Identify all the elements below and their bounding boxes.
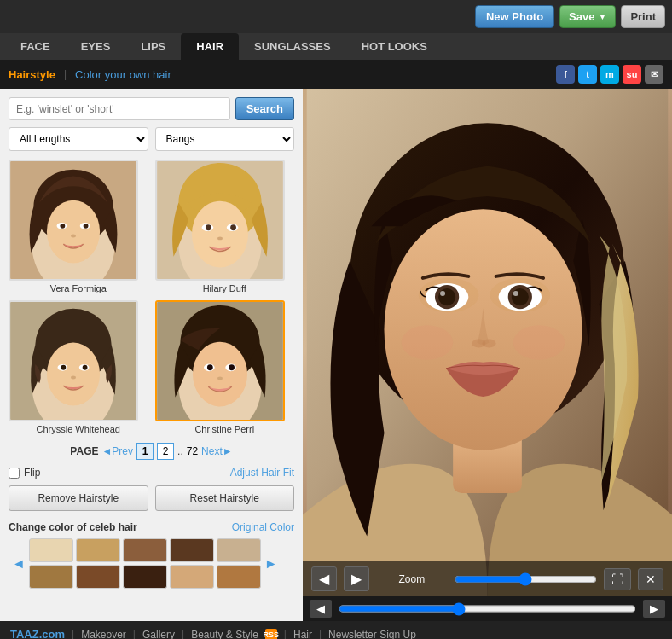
- subnav-color[interactable]: Color your own hair: [75, 68, 171, 81]
- tab-hair[interactable]: HAIR: [181, 33, 239, 60]
- svg-point-21: [47, 343, 100, 406]
- color-row-top: [29, 538, 261, 562]
- pan-right-button[interactable]: ▶: [344, 566, 369, 591]
- color-swatches: [29, 538, 261, 589]
- remove-hairstyle-button[interactable]: Remove Hairstyle: [9, 485, 148, 511]
- site-logo: TAAZ.com: [10, 628, 65, 639]
- top-bar: New Photo Save ▼ Print: [0, 0, 672, 33]
- photo-prev-button[interactable]: ◀: [310, 600, 332, 618]
- color-swatch[interactable]: [29, 538, 73, 562]
- adjust-hair-fit-link[interactable]: Adjust Hair Fit: [230, 467, 294, 479]
- main-layout: Search All Lengths Short Medium Long Ban…: [0, 89, 672, 621]
- tab-eyes[interactable]: EYES: [66, 33, 126, 60]
- next-page-button[interactable]: Next►: [201, 445, 233, 457]
- bottom-link-makeover[interactable]: Makeover: [81, 629, 126, 640]
- email-icon[interactable]: ✉: [645, 65, 663, 84]
- action-buttons: Remove Hairstyle Reset Hairstyle: [9, 485, 294, 511]
- svg-point-15: [205, 224, 211, 230]
- reset-hairstyle-button[interactable]: Reset Hairstyle: [155, 485, 295, 511]
- tab-face[interactable]: FACE: [5, 33, 66, 60]
- color-swatch[interactable]: [170, 565, 214, 589]
- color-swatch[interactable]: [76, 538, 120, 562]
- zoom-slider[interactable]: [455, 572, 597, 586]
- color-swatch[interactable]: [29, 565, 73, 589]
- hair-name-1: Vera Formiga: [9, 283, 148, 293]
- bottom-link-hair[interactable]: Hair: [293, 629, 312, 640]
- zoom-label: Zoom: [376, 573, 448, 585]
- svg-point-49: [513, 291, 518, 296]
- page-1-button[interactable]: 1: [136, 443, 154, 460]
- photo-next-button[interactable]: ▶: [643, 600, 665, 618]
- pan-left-button[interactable]: ◀: [311, 566, 337, 591]
- color-section-header: Change color of celeb hair Original Colo…: [9, 521, 294, 533]
- svg-point-33: [206, 364, 212, 370]
- tab-hot-looks[interactable]: HOT LOOKS: [346, 33, 443, 60]
- svg-point-16: [230, 224, 236, 230]
- myspace-icon[interactable]: m: [600, 65, 619, 84]
- svg-point-45: [440, 291, 445, 296]
- color-swatch[interactable]: [217, 538, 261, 562]
- color-swatch[interactable]: [123, 565, 167, 589]
- svg-point-52: [402, 325, 454, 359]
- photo-scrub-slider[interactable]: [339, 600, 636, 618]
- bottom-bar: TAAZ.com | Makeover | Gallery | Beauty &…: [0, 621, 672, 639]
- page-2-button[interactable]: 2: [157, 443, 174, 460]
- subnav-hairstyle[interactable]: Hairstyle: [9, 68, 55, 81]
- svg-point-3: [47, 200, 100, 264]
- social-icons: f t m su ✉: [556, 65, 663, 84]
- color-swatch[interactable]: [123, 538, 167, 562]
- hair-grid: Vera Formiga: [9, 160, 294, 434]
- search-input[interactable]: [9, 97, 230, 120]
- search-button[interactable]: Search: [235, 97, 294, 120]
- page-label: PAGE: [70, 445, 98, 457]
- facebook-icon[interactable]: f: [556, 65, 575, 84]
- fullscreen-button[interactable]: ⛶: [604, 568, 631, 590]
- svg-point-48: [512, 288, 529, 305]
- color-swatch[interactable]: [170, 538, 214, 562]
- svg-point-53: [513, 325, 565, 359]
- close-button[interactable]: ✕: [638, 568, 663, 590]
- stumbleupon-icon[interactable]: su: [623, 65, 641, 84]
- new-photo-button[interactable]: New Photo: [475, 5, 554, 28]
- hair-thumb-2[interactable]: [155, 160, 285, 281]
- hair-thumb-4[interactable]: [155, 300, 285, 421]
- flip-row: Flip Adjust Hair Fit: [9, 467, 294, 479]
- hairstyle-item[interactable]: Chryssie Whitehead: [9, 300, 148, 434]
- hairstyle-item[interactable]: Vera Formiga: [9, 160, 148, 293]
- color-scroll-left[interactable]: ◄: [9, 556, 29, 572]
- length-filter[interactable]: All Lengths Short Medium Long: [9, 127, 148, 151]
- svg-point-26: [71, 375, 76, 379]
- photo-controls: ◀ ▶ Zoom ⛶ ✕: [303, 561, 672, 596]
- original-color-link[interactable]: Original Color: [232, 521, 294, 533]
- twitter-icon[interactable]: t: [578, 65, 597, 84]
- bottom-link-beauty[interactable]: Beauty & Style: [191, 629, 258, 640]
- hair-name-2: Hilary Duff: [155, 283, 295, 293]
- bottom-link-newsletter[interactable]: Newsletter Sign Up: [328, 629, 416, 640]
- flip-label[interactable]: Flip: [9, 467, 40, 479]
- tab-lips[interactable]: LIPS: [125, 33, 181, 60]
- left-panel: Search All Lengths Short Medium Long Ban…: [0, 89, 303, 621]
- prev-page-button[interactable]: ◄Prev: [101, 445, 133, 457]
- rss-icon[interactable]: RSS: [265, 629, 277, 640]
- save-button[interactable]: Save ▼: [559, 5, 616, 28]
- tab-sunglasses[interactable]: SUNGLASSES: [239, 33, 346, 60]
- color-section-label: Change color of celeb hair: [9, 521, 137, 533]
- bottom-link-gallery[interactable]: Gallery: [142, 629, 175, 640]
- nav-tabs: FACE EYES LIPS HAIR SUNGLASSES HOT LOOKS: [0, 33, 672, 60]
- filter-row: All Lengths Short Medium Long Bangs No B…: [9, 127, 294, 151]
- color-scroll-right[interactable]: ►: [261, 556, 281, 572]
- hair-name-3: Chryssie Whitehead: [9, 424, 148, 434]
- print-button[interactable]: Print: [621, 5, 665, 28]
- hair-thumb-1[interactable]: [9, 160, 138, 281]
- sub-nav: Hairstyle | Color your own hair f t m su…: [0, 60, 672, 89]
- color-swatch[interactable]: [217, 565, 261, 589]
- hairstyle-item[interactable]: Hilary Duff: [155, 160, 295, 293]
- svg-point-24: [61, 365, 66, 370]
- bangs-filter[interactable]: Bangs No Bangs Side Bangs: [155, 127, 295, 151]
- hair-thumb-3[interactable]: [9, 300, 138, 421]
- flip-checkbox[interactable]: [9, 468, 20, 479]
- color-swatch[interactable]: [76, 565, 120, 589]
- save-dropdown-arrow[interactable]: ▼: [598, 12, 606, 21]
- hairstyle-item[interactable]: Christine Perri: [155, 300, 295, 434]
- svg-point-51: [482, 339, 495, 347]
